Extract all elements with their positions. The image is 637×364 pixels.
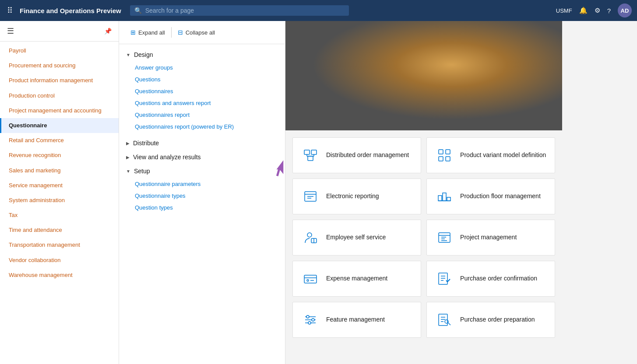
hero-image [285,21,562,130]
svg-rect-16 [447,197,450,201]
sidebar-item-vendor[interactable]: Vendor collaboration [0,253,119,268]
sidebar: ☰ 📌 PayrollProcurement and sourcingProdu… [0,21,119,364]
sidebar-item-transport[interactable]: Transportation management [0,238,119,252]
sidebar-item-service[interactable]: Service management [0,178,119,193]
svg-point-28 [307,280,309,281]
notification-icon[interactable]: 🔔 [579,7,588,14]
settings-icon[interactable]: ⚙ [595,7,600,14]
menu-section-header-distribute[interactable]: ▶Distribute [119,136,285,150]
card-project-management[interactable]: Project management [426,220,555,256]
svg-line-44 [448,322,450,325]
menu-link-answer-groups[interactable]: Answer groups [119,62,285,74]
section-label-distribute: Distribute [133,140,159,147]
menu-section-design: ▼DesignAnswer groupsQuestionsQuestionnai… [119,48,285,136]
sidebar-item-revenue[interactable]: Revenue recognition [0,148,119,163]
sidebar-item-system-admin[interactable]: System administration [0,193,119,208]
card-purchase-order-confirmation[interactable]: Purchase order confirmation [426,261,555,297]
svg-rect-8 [439,157,443,161]
panel-area: ⊞ Expand all ⊟ Collapse all ▼DesignAnswe… [119,21,562,364]
product-variant-icon [436,147,453,164]
svg-rect-26 [304,275,317,283]
menu-link-questionnaires-report-er[interactable]: Questionnaires report (powered by ER) [119,121,285,133]
sidebar-item-procurement[interactable]: Procurement and sourcing [0,58,119,73]
sidebar-item-time[interactable]: Time and attendance [0,223,119,238]
cards-area: Distributed order managementProduct vari… [285,130,562,364]
chevron-icon-distribute: ▶ [126,141,130,146]
card-label-electronic-reporting: Electronic reporting [326,192,379,201]
production-floor-icon [436,188,453,205]
avatar[interactable]: AD [618,4,632,18]
pin-icon[interactable]: 📌 [104,28,112,35]
card-feature-management[interactable]: Feature management [292,302,421,338]
expand-icon: ⊞ [130,29,136,36]
chevron-icon-view-analyze: ▶ [126,155,130,160]
svg-point-38 [312,318,314,321]
card-employee-self-service[interactable]: Employee self service [292,220,421,256]
menu-items-design: Answer groupsQuestionsQuestionnairesQues… [119,62,285,136]
search-input[interactable] [145,7,345,14]
svg-rect-6 [439,150,443,154]
hamburger-icon[interactable]: ☰ [7,26,14,36]
menu-link-questions[interactable]: Questions [119,74,285,85]
collapse-icon: ⊟ [178,29,183,36]
card-label-purchase-order-confirmation: Purchase order confirmation [460,274,537,283]
sidebar-item-retail[interactable]: Retail and Commerce [0,133,119,148]
left-panel: ⊞ Expand all ⊟ Collapse all ▼DesignAnswe… [119,21,285,364]
menu-section-header-design[interactable]: ▼Design [119,48,285,62]
sidebar-item-warehouse[interactable]: Warehouse management [0,268,119,283]
menu-link-questionnaires[interactable]: Questionnaires [119,85,285,97]
help-icon[interactable]: ? [607,7,611,14]
sidebar-item-tax[interactable]: Tax [0,208,119,223]
cards-grid: Distributed order managementProduct vari… [292,137,555,338]
sidebar-item-sales[interactable]: Sales and marketing [0,163,119,178]
svg-rect-14 [438,196,442,201]
card-expense-management[interactable]: Expense management [292,261,421,297]
collapse-all-button[interactable]: ⊟ Collapse all [173,26,219,38]
svg-point-37 [306,315,309,318]
sidebar-item-questionnaire[interactable]: Questionnaire [0,118,119,133]
menu-section-view-analyze: ▶View and analyze results [119,150,285,164]
collapse-all-label: Collapse all [186,29,215,36]
expense-management-icon [302,270,319,287]
expand-all-button[interactable]: ⊞ Expand all [126,26,169,38]
svg-rect-9 [446,157,450,161]
svg-point-18 [307,233,312,237]
sidebar-item-project-mgmt[interactable]: Project management and accounting [0,103,119,118]
distributed-order-icon [302,147,319,164]
menu-link-q-types[interactable]: Questionnaire types [119,190,285,202]
svg-rect-7 [446,150,450,154]
menu-link-q-and-a-report[interactable]: Questions and answers report [119,97,285,109]
card-distributed-order[interactable]: Distributed order management [292,137,421,173]
card-label-employee-self-service: Employee self service [326,233,386,242]
feature-management-icon [302,311,319,329]
menu-section-header-view-analyze[interactable]: ▶View and analyze results [119,150,285,164]
company-label[interactable]: USMF [556,7,572,14]
sidebar-header: ☰ 📌 [0,21,119,42]
card-label-project-management: Project management [460,233,517,242]
panel-menu: ▼DesignAnswer groupsQuestionsQuestionnai… [119,44,285,364]
menu-section-header-setup[interactable]: ▼Setup [119,164,285,178]
purchase-order-preparation-icon [436,311,453,329]
card-production-floor[interactable]: Production floor management [426,178,555,214]
sidebar-item-payroll[interactable]: Payroll [0,43,119,58]
panel-toolbar: ⊞ Expand all ⊟ Collapse all [119,21,285,44]
sidebar-item-product-info[interactable]: Product information management [0,73,119,88]
hero-overlay [285,21,562,130]
menu-link-q-parameters[interactable]: Questionnaire parameters [119,178,285,190]
menu-link-question-types[interactable]: Question types [119,202,285,214]
menu-section-distribute: ▶Distribute [119,136,285,150]
section-label-view-analyze: View and analyze results [133,154,201,161]
grid-icon[interactable]: ⠿ [5,4,14,17]
sidebar-item-production-control[interactable]: Production control [0,88,119,103]
card-purchase-order-preparation[interactable]: Purchase order preparation [426,302,555,338]
card-electronic-reporting[interactable]: Electronic reporting [292,178,421,214]
menu-link-questionnaires-report[interactable]: Questionnaires report [119,109,285,121]
card-label-feature-management: Feature management [326,315,385,324]
card-product-variant[interactable]: Product variant model definition [426,137,555,173]
card-label-production-floor: Production floor management [460,192,541,201]
menu-items-setup: Questionnaire parametersQuestionnaire ty… [119,178,285,217]
project-management-icon [436,229,453,246]
svg-rect-30 [439,273,447,284]
svg-rect-15 [443,193,446,201]
card-label-product-variant: Product variant model definition [460,151,546,160]
